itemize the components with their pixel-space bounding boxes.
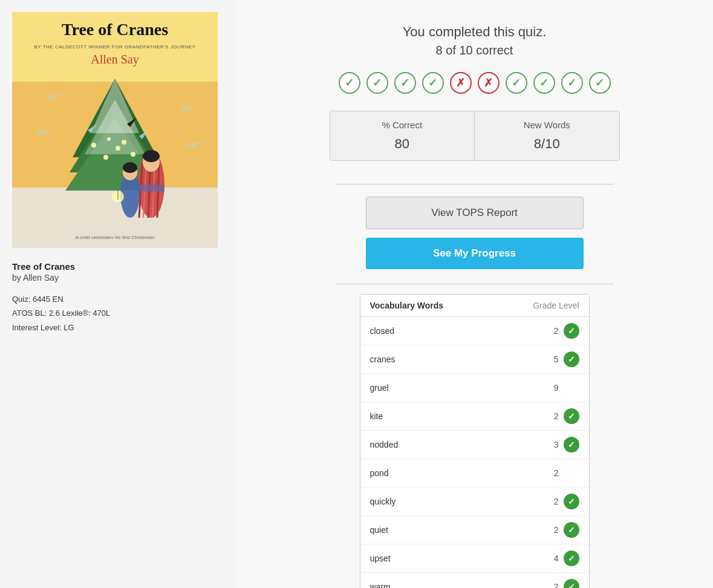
vocab-check-icon	[564, 380, 579, 396]
vocab-grade: 5	[541, 354, 559, 364]
vocab-grade: 4	[541, 554, 559, 563]
percent-correct-box: % Correct 80	[330, 111, 475, 160]
right-panel: You completed this quiz. 8 of 10 correct…	[236, 0, 713, 588]
vocab-row: cranes5✓	[360, 345, 589, 374]
tops-report-button[interactable]: View TOPS Report	[366, 197, 584, 229]
vocab-word: cranes	[370, 354, 541, 364]
vocabulary-table: Vocabulary Words Grade Level closed2✓cra…	[360, 294, 590, 588]
vocab-check-icon: ✓	[564, 408, 579, 424]
book-cover: Tree of Cranes BY THE CALDECOTT WINNER F…	[12, 12, 218, 248]
svg-point-16	[122, 140, 126, 145]
vocab-word: closed	[370, 326, 541, 336]
answer-6: ✗	[478, 72, 500, 94]
book-info: Tree of Cranes by Allen Say Quiz: 6445 E…	[12, 261, 110, 335]
vocab-check-icon: ✓	[564, 437, 579, 452]
vocab-header-grade: Grade Level	[533, 301, 579, 310]
vocab-word: quiet	[370, 525, 541, 535]
svg-point-32	[123, 162, 137, 173]
percent-correct-label: % Correct	[342, 120, 463, 130]
answer-4: ✓	[422, 72, 444, 94]
svg-point-12	[91, 143, 96, 148]
svg-point-17	[107, 137, 111, 141]
vocab-row: pond2	[360, 459, 589, 488]
vocab-word: gruel	[370, 383, 541, 393]
vocab-check-icon: ✓	[564, 550, 579, 566]
svg-point-28	[143, 150, 160, 162]
vocab-row: quiet2✓	[360, 516, 589, 544]
vocab-word: quickly	[370, 497, 541, 506]
vocab-check-icon	[564, 465, 579, 481]
vocab-header: Vocabulary Words Grade Level	[360, 295, 589, 317]
vocab-row: kite2✓	[360, 402, 589, 431]
vocab-check-icon: ✓	[564, 351, 579, 367]
answer-2: ✓	[366, 72, 388, 94]
vocab-check-icon: ✓	[564, 579, 579, 588]
vocab-word: pond	[370, 468, 541, 478]
answer-7: ✓	[506, 72, 527, 94]
vocab-header-word: Vocabulary Words	[370, 301, 444, 310]
new-words-label: New Words	[487, 120, 607, 130]
percent-correct-value: 80	[342, 136, 463, 152]
vocab-check-icon: ✓	[564, 522, 579, 538]
vocab-grade: 2	[541, 525, 559, 535]
svg-text:A child celebrates his first C: A child celebrates his first Christmas!	[75, 235, 155, 240]
vocab-grade: 3	[541, 440, 559, 449]
svg-point-13	[103, 155, 108, 160]
answer-indicators: ✓ ✓ ✓ ✓ ✗ ✗ ✓ ✓ ✓ ✓	[339, 72, 611, 94]
vocab-word: warm	[370, 582, 541, 588]
vocab-row: nodded3✓	[360, 431, 589, 459]
vocab-word: kite	[370, 411, 541, 421]
quiz-atos: ATOS BL: 2.6 Lexile®: 470L	[12, 306, 110, 320]
quiz-interest: Interest Level: LG	[12, 321, 110, 335]
book-author: by Allen Say	[12, 273, 110, 283]
vocab-row: quickly2✓	[360, 488, 589, 516]
new-words-box: New Words 8/10	[475, 111, 619, 160]
vocab-grade: 9	[541, 383, 559, 393]
answer-1: ✓	[339, 72, 360, 94]
svg-rect-29	[139, 185, 164, 192]
vocab-grade: 2	[541, 582, 559, 588]
vocab-grade: 2	[541, 326, 559, 336]
stats-row: % Correct 80 New Words 8/10	[330, 111, 620, 161]
svg-point-15	[131, 152, 135, 157]
svg-point-14	[116, 146, 120, 151]
progress-button[interactable]: See My Progress	[366, 238, 584, 269]
svg-text:BY THE CALDECOTT WINNER FOR GR: BY THE CALDECOTT WINNER FOR GRANDFATHER'…	[34, 44, 196, 50]
answer-9: ✓	[561, 72, 583, 94]
vocab-grade: 2	[541, 497, 559, 506]
quiz-meta: Quiz: 6445 EN ATOS BL: 2.6 Lexile®: 470L…	[12, 292, 110, 335]
vocab-check-icon: ✓	[564, 494, 579, 509]
vocab-word: upset	[370, 554, 541, 563]
vocab-row: warm2✓	[360, 573, 589, 588]
answer-3: ✓	[394, 72, 416, 94]
left-panel: Tree of Cranes BY THE CALDECOTT WINNER F…	[0, 0, 236, 588]
vocab-row: upset4✓	[360, 544, 589, 573]
vocab-grade: 2	[541, 411, 559, 421]
answer-5: ✗	[450, 72, 472, 94]
answer-10: ✓	[589, 72, 611, 94]
book-title: Tree of Cranes	[12, 261, 110, 272]
vocab-word: nodded	[370, 440, 541, 449]
answer-8: ✓	[533, 72, 555, 94]
completion-message: You completed this quiz.	[403, 24, 547, 40]
divider-1	[336, 184, 614, 185]
vocab-row: gruel9	[360, 374, 589, 402]
svg-text:Allen Say: Allen Say	[91, 53, 138, 67]
new-words-value: 8/10	[487, 136, 607, 152]
vocab-divider	[336, 284, 614, 284]
vocab-check-icon: ✓	[564, 323, 579, 339]
vocab-rows: closed2✓cranes5✓gruel9kite2✓nodded3✓pond…	[360, 317, 589, 588]
completion-score: 8 of 10 correct	[436, 44, 513, 57]
vocab-row: closed2✓	[360, 317, 589, 345]
vocab-grade: 2	[541, 468, 559, 478]
quiz-number: Quiz: 6445 EN	[12, 292, 110, 306]
svg-text:Tree of Cranes: Tree of Cranes	[62, 20, 168, 39]
